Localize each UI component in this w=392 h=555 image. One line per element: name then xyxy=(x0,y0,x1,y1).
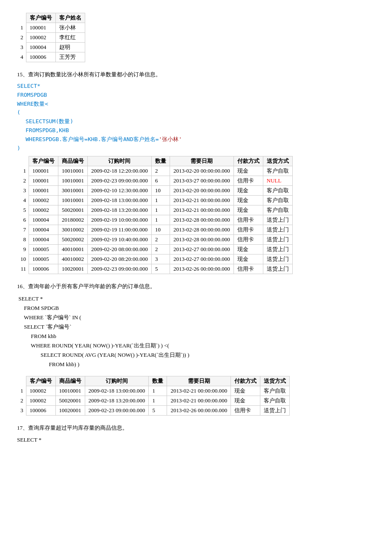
table-cell: 2013-02-28 00:00:00.000 xyxy=(170,235,233,245)
table-cell: 现金 xyxy=(233,245,263,254)
table-cell: 100002 xyxy=(26,396,55,406)
table-cell: 2013-02-21 00:00:00.000 xyxy=(170,205,233,215)
table15: 客户编号 商品编号 订购时间 数量 需要日期 付款方式 送货方式 1100001… xyxy=(17,156,293,274)
table-cell: 10020001 xyxy=(58,264,88,274)
table15-h5: 付款方式 xyxy=(233,156,263,166)
s16-l8: FROM khb) ) xyxy=(17,360,375,369)
table15-h2: 订购时间 xyxy=(88,156,152,166)
table16-h0: 客户编号 xyxy=(26,376,55,386)
table-cell: 现金 xyxy=(231,396,260,406)
table-row: 4100006王芳芳 xyxy=(17,52,85,62)
table-cell: 50020001 xyxy=(58,205,88,215)
table15-h4: 需要日期 xyxy=(170,156,233,166)
table-cell: 20180002 xyxy=(58,215,88,225)
table-cell: 信用卡 xyxy=(233,176,263,186)
table-cell: 现金 xyxy=(233,166,263,176)
row-number: 11 xyxy=(17,264,29,274)
s16-l1: SELECT * xyxy=(17,294,375,304)
table-cell: 2009-02-10 12:30:00.000 xyxy=(88,186,152,196)
table-cell: 1 xyxy=(149,396,167,406)
s16-l7: SELECT ROUND( AVG (YEAR( NOW() )-YEAR(`出… xyxy=(17,350,375,360)
table-cell: 客户自取 xyxy=(263,205,292,215)
table-cell: 100004 xyxy=(29,225,58,235)
table-cell: 信用卡 xyxy=(233,235,263,245)
table-cell: 100005 xyxy=(29,245,58,254)
table-cell: 2013-02-21 00:00:00.000 xyxy=(167,396,231,406)
table-cell: 现金 xyxy=(233,254,263,264)
table-row: 11100006100200012009-02-23 09:00:00.0005… xyxy=(17,264,292,274)
table-cell: 100002 xyxy=(29,205,58,215)
code-line-2: FROMSPDGB xyxy=(17,91,375,100)
table-cell: 现金 xyxy=(231,386,260,396)
table-row: 5100002500200012009-02-18 13:20:00.00012… xyxy=(17,205,292,215)
table-cell: 2009-02-18 13:00:00.000 xyxy=(85,386,149,396)
table-cell: 2009-02-19 10:00:00.000 xyxy=(88,215,152,225)
table-row: 2100002李红红 xyxy=(17,33,85,43)
table-cell: 100005 xyxy=(29,254,58,264)
table-cell: 客户自取 xyxy=(263,166,292,176)
table-cell: 10010001 xyxy=(58,166,88,176)
row-number: 3 xyxy=(17,186,29,196)
row-number: 7 xyxy=(17,225,29,235)
table-cell: 3 xyxy=(151,254,170,264)
s16-l5: FROM khb xyxy=(17,332,375,341)
table-cell: 100002 xyxy=(29,196,58,205)
table-cell: 1 xyxy=(151,205,170,215)
table-cell: 100002 xyxy=(26,386,55,396)
table-row: 1100001100100012009-02-18 12:20:00.00022… xyxy=(17,166,292,176)
row-number: 9 xyxy=(17,245,29,254)
table-cell: 2 xyxy=(151,245,170,254)
table-cell: 信用卡 xyxy=(231,406,260,416)
row-number: 3 xyxy=(17,43,26,52)
table-cell: 2013-02-21 00:00:00.000 xyxy=(170,196,233,205)
s16-l3: WHERE `客户编号` IN ( xyxy=(17,313,375,322)
table1-section: 客户编号 客户姓名 1100001张小林2100002李红红3100004赵明4… xyxy=(17,13,375,62)
table-cell: 李红红 xyxy=(55,33,85,43)
s16-l6: WHERE ROUND( YEAR( NOW() )-YEAR(`出生日期`) … xyxy=(17,341,375,350)
table-cell: 2013-02-21 00:00:00.000 xyxy=(167,386,231,396)
table-cell: 6 xyxy=(151,176,170,186)
table1: 客户编号 客户姓名 1100001张小林2100002李红红3100004赵明4… xyxy=(17,13,85,62)
table-cell: 100001 xyxy=(29,166,58,176)
table1-header-custname: 客户姓名 xyxy=(55,13,85,23)
table-cell: 50020001 xyxy=(55,396,85,406)
table-cell: 送货上门 xyxy=(263,235,292,245)
table1-rownum-header xyxy=(17,13,26,23)
table-row: 1100002100100012009-02-18 13:00:00.00012… xyxy=(17,386,290,396)
row-number: 1 xyxy=(17,23,26,33)
code-line-6: FROMSPDGB,KHB xyxy=(17,126,375,135)
table-row: 1100001张小林 xyxy=(17,23,85,33)
section15-code: SELECT* FROMSPDGB WHERE数量< ( SELECTSUM(数… xyxy=(17,82,375,153)
table-cell: 5 xyxy=(149,406,167,416)
table-cell: 2009-02-18 13:20:00.000 xyxy=(85,396,149,406)
table-row: 3100001300100012009-02-10 12:30:00.00010… xyxy=(17,186,292,196)
table-cell: 100004 xyxy=(29,215,58,225)
table-cell: 5 xyxy=(151,264,170,274)
row-number: 6 xyxy=(17,215,29,225)
table-cell: 客户自取 xyxy=(260,386,290,396)
code-line-7: WHERESPDGB.客户编号=KHB.客户编号AND客户姓名='张小林' xyxy=(17,135,375,144)
table-row: 10100005400100022009-02-20 08:20:00.0003… xyxy=(17,254,292,264)
table-row: 8100004500200022009-02-19 10:40:00.00022… xyxy=(17,235,292,245)
table16-h4: 需要日期 xyxy=(167,376,231,386)
table-cell: 2009-02-18 12:20:00.000 xyxy=(88,166,152,176)
table-cell: 2013-02-28 00:00:00.000 xyxy=(170,215,233,225)
row-number: 8 xyxy=(17,235,29,245)
table-cell: 2009-02-18 13:00:00.000 xyxy=(88,196,152,205)
table-cell: 客户自取 xyxy=(263,196,292,205)
table15-h0: 客户编号 xyxy=(29,156,58,166)
table-cell: 2009-02-19 11:00:00.000 xyxy=(88,225,152,235)
section16: 16、查询年龄小于所有客户平均年龄的客户的订单信息。 SELECT * FROM… xyxy=(17,282,375,416)
row-number: 10 xyxy=(17,254,29,264)
table16-h2: 订购时间 xyxy=(85,376,149,386)
table-cell: 2013-02-26 00:00:00.000 xyxy=(167,406,231,416)
table-cell: 送货上门 xyxy=(263,215,292,225)
row-number: 5 xyxy=(17,205,29,215)
table-cell: 信用卡 xyxy=(233,215,263,225)
table-cell: 2009-02-23 09:00:00.000 xyxy=(88,264,152,274)
table-row: 3100006100200012009-02-23 09:00:00.00052… xyxy=(17,406,290,416)
table-cell: 40010001 xyxy=(58,245,88,254)
section15: 15、查询订购数量比张小林所有订单数量都小的订单信息。 SELECT* FROM… xyxy=(17,70,375,274)
row-number: 2 xyxy=(17,396,26,406)
table-cell: 1 xyxy=(149,386,167,396)
